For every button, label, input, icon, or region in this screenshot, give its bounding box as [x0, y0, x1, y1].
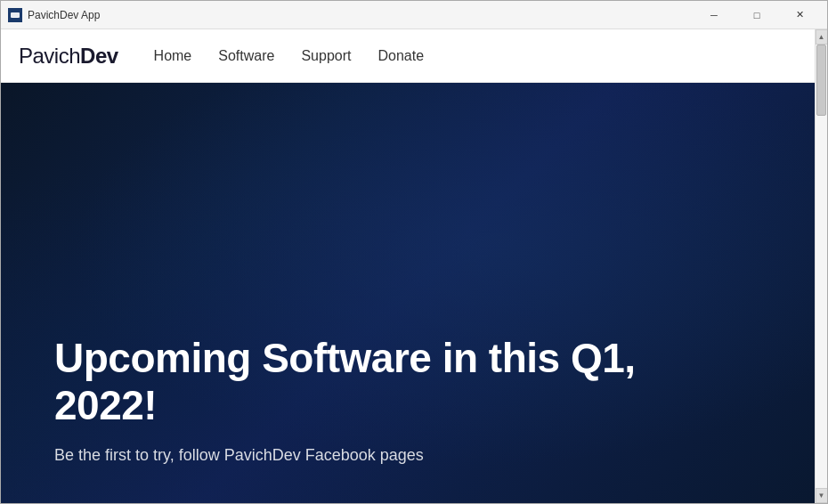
nav-link-software[interactable]: Software — [218, 48, 274, 63]
nav-item-donate[interactable]: Donate — [377, 48, 424, 64]
nav-link-donate[interactable]: Donate — [377, 48, 424, 63]
nav-links: Home Software Support Donate — [154, 48, 424, 64]
scroll-down-button[interactable]: ▼ — [816, 488, 828, 503]
scrollbar[interactable]: ▲ ▼ — [815, 29, 827, 503]
nav-item-software[interactable]: Software — [218, 48, 274, 64]
navbar: PavichDev Home Software Support Donate — [1, 29, 815, 83]
brand-light: Pavich — [19, 44, 80, 68]
titlebar: PavichDev App ─ □ ✕ — [1, 1, 827, 29]
close-button[interactable]: ✕ — [779, 2, 820, 28]
app-icon — [8, 8, 22, 22]
brand-logo: PavichDev — [19, 44, 118, 69]
brand-bold: Dev — [80, 44, 118, 68]
window-controls: ─ □ ✕ — [694, 2, 820, 28]
nav-item-support[interactable]: Support — [301, 48, 351, 64]
hero-subtitle: Be the first to try, follow PavichDev Fa… — [54, 443, 678, 467]
svg-rect-2 — [12, 17, 18, 18]
main-area: PavichDev Home Software Support Donate — [1, 29, 815, 503]
hero-section: Upcoming Software in this Q1, 2022! Be t… — [1, 83, 815, 503]
minimize-button[interactable]: ─ — [694, 2, 735, 28]
nav-item-home[interactable]: Home — [154, 48, 192, 64]
scroll-track[interactable] — [816, 45, 827, 488]
nav-link-support[interactable]: Support — [301, 48, 351, 63]
browser-content: PavichDev Home Software Support Donate — [1, 29, 827, 503]
nav-link-home[interactable]: Home — [154, 48, 192, 63]
app-window: PavichDev App ─ □ ✕ PavichDev Home Softw… — [0, 0, 828, 504]
scroll-up-button[interactable]: ▲ — [816, 29, 828, 45]
titlebar-left: PavichDev App — [8, 8, 100, 22]
window-title: PavichDev App — [28, 9, 100, 21]
hero-content: Upcoming Software in this Q1, 2022! Be t… — [54, 335, 678, 467]
scroll-thumb[interactable] — [816, 45, 826, 116]
maximize-button[interactable]: □ — [736, 2, 777, 28]
hero-title: Upcoming Software in this Q1, 2022! — [54, 335, 678, 429]
